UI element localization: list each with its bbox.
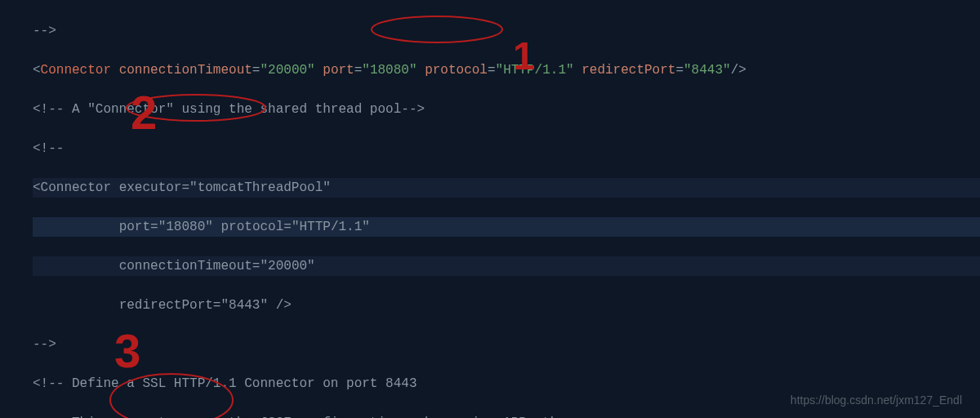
code-editor[interactable]: --> <Connector connectionTimeout="20000"… <box>0 0 980 418</box>
code-line-highlighted: port="18080" protocol="HTTP/1.1" <box>33 217 980 237</box>
code-line: <Connector connectionTimeout="20000" por… <box>33 60 980 80</box>
code-line: redirectPort="8443" /> <box>33 296 980 315</box>
code-line: <!-- <box>33 139 980 158</box>
code-line: --> <box>33 21 980 41</box>
code-line: connectionTimeout="20000" <box>33 256 980 276</box>
code-line: <Connector executor="tomcatThreadPool" <box>33 178 980 198</box>
watermark: https://blog.csdn.net/jxm127_Endl <box>791 390 962 410</box>
code-line: <!-- A "Connector" using the shared thre… <box>33 100 980 119</box>
code-line: --> <box>33 335 980 354</box>
code-line: This connector uses the JSSE configurati… <box>33 413 980 418</box>
